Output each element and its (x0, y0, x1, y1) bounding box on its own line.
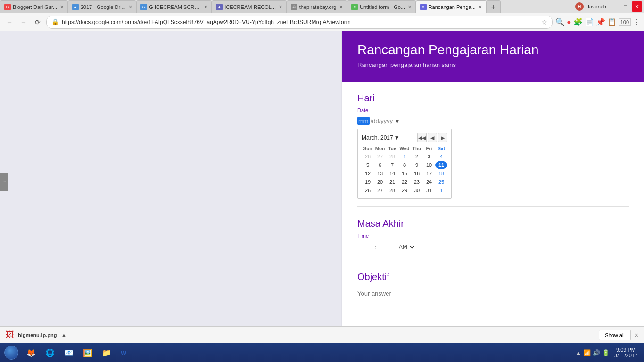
tab-close-4[interactable]: × (279, 3, 282, 10)
extension-icon-4[interactable]: 📌 (596, 17, 605, 26)
start-button[interactable] (2, 344, 21, 361)
extension-icon-6[interactable]: 100 (619, 18, 631, 26)
hide-icons-icon[interactable]: ▲ (575, 349, 581, 356)
cal-day-22[interactable]: 22 (398, 178, 411, 186)
tab-untitled-form[interactable]: ≡ Untitled form - Go... × (347, 0, 416, 13)
cal-day-17[interactable]: 17 (423, 169, 435, 178)
battery-icon[interactable]: 🔋 (602, 349, 610, 356)
cal-day-10[interactable]: 10 (423, 161, 435, 169)
ampm-select[interactable]: AM PM (396, 242, 416, 252)
tab-close-6[interactable]: × (408, 3, 412, 10)
title-bar: B Blogger: Dari Gur... × ▲ 2017 - Google… (0, 0, 644, 13)
cal-day-15[interactable]: 15 (398, 169, 411, 178)
tab-close-7[interactable]: × (479, 3, 482, 10)
clock[interactable]: 9:09 PM 3/11/2017 (611, 347, 640, 358)
tab-rancangan[interactable]: ≡ Rancangan Penga... × (416, 0, 487, 13)
close-button[interactable]: ✕ (632, 1, 642, 12)
extension-icon-1[interactable]: ● (567, 18, 571, 26)
cal-day-30[interactable]: 30 (411, 186, 423, 195)
tab-piratebay[interactable]: ☠ thepiratebay.org × (287, 0, 347, 13)
cal-month-label[interactable]: March, 2017 ▼ (362, 134, 400, 141)
cal-day-5[interactable]: 5 (362, 161, 374, 169)
tab-label-4: ICECREAM-RECOL... (224, 4, 276, 10)
cal-day-6[interactable]: 6 (374, 161, 386, 169)
cal-day-27a[interactable]: 27 (374, 152, 386, 161)
cal-day-1[interactable]: 1 (398, 152, 411, 161)
extension-icon-3[interactable]: 📄 (585, 17, 594, 26)
cal-day-14[interactable]: 14 (386, 169, 398, 178)
cal-day-3[interactable]: 3 (423, 152, 435, 161)
tab-close-2[interactable]: × (129, 3, 132, 10)
cal-day-26b[interactable]: 26 (362, 186, 374, 195)
cal-day-29[interactable]: 29 (398, 186, 411, 195)
cal-day-19[interactable]: 19 (362, 178, 374, 186)
maximize-button[interactable]: □ (620, 1, 631, 12)
cal-day-21[interactable]: 21 (386, 178, 398, 186)
cal-day-24[interactable]: 24 (423, 178, 435, 186)
back-button[interactable]: ← (4, 16, 15, 28)
cal-day-13[interactable]: 13 (374, 169, 386, 178)
cal-prev-prev-btn[interactable]: ◀◀ (417, 133, 427, 142)
address-input-wrap[interactable]: 🔒 https://docs.google.com/forms/d/e/1FAI… (46, 16, 553, 29)
tab-favicon-6: ≡ (351, 4, 358, 10)
taskbar: 🦊 🌐 📧 🖼️ 📁 W ▲ 📶 🔊 🔋 9:09 PM 3/11/2017 (0, 343, 644, 362)
download-arrow[interactable]: ▲ (60, 331, 67, 339)
form-body[interactable]: Hari Date mm /dd/yyyy ▼ (342, 82, 644, 326)
tab-close-1[interactable]: × (60, 3, 64, 10)
cal-day-20[interactable]: 20 (374, 178, 386, 186)
time-hour-input[interactable] (357, 243, 372, 252)
cal-day-28a[interactable]: 28 (386, 152, 398, 161)
tab-close-5[interactable]: × (339, 3, 343, 10)
reload-button[interactable]: ⟳ (32, 16, 43, 28)
objektif-answer-input[interactable] (357, 288, 629, 299)
feedback-icon[interactable]: ! (0, 173, 8, 191)
cal-day-7[interactable]: 7 (386, 161, 398, 169)
time-minute-input[interactable] (379, 243, 393, 252)
tab-close-3[interactable]: × (204, 3, 208, 10)
section-masa-akhir-title: Masa Akhir (357, 218, 629, 229)
date-mm: mm (357, 117, 370, 125)
tab-icecream1[interactable]: G G ICECREAM SCREE... × (136, 0, 212, 13)
cal-day-28b[interactable]: 28 (386, 186, 398, 195)
taskbar-firefox[interactable]: 🦊 (23, 345, 40, 360)
extension-icon-2[interactable]: 🧩 (573, 17, 583, 26)
cal-day-11-today[interactable]: 11 (435, 161, 447, 169)
minimize-button[interactable]: ─ (609, 1, 619, 12)
volume-icon[interactable]: 🔊 (593, 349, 600, 356)
cal-day-1b[interactable]: 1 (435, 186, 447, 195)
cal-prev-btn[interactable]: ◀ (428, 133, 437, 142)
date-dropdown-arrow[interactable]: ▼ (395, 118, 400, 124)
taskbar-chrome[interactable]: 🌐 (41, 345, 58, 360)
tab-blogger[interactable]: B Blogger: Dari Gur... × (0, 0, 68, 13)
taskbar-files[interactable]: 📁 (98, 345, 115, 360)
show-all-downloads-button[interactable]: Show all (599, 330, 631, 340)
cal-next-btn[interactable]: ▶ (438, 133, 447, 142)
network-icon[interactable]: 📶 (583, 349, 591, 356)
cal-day-18[interactable]: 18 (435, 169, 447, 178)
cal-day-27b[interactable]: 27 (374, 186, 386, 195)
taskbar-word[interactable]: W (117, 345, 130, 360)
taskbar-email[interactable]: 📧 (60, 345, 77, 360)
cal-day-31[interactable]: 31 (423, 186, 435, 195)
tab-drive[interactable]: ▲ 2017 - Google Dri... × (68, 0, 137, 13)
menu-icon[interactable]: ⋮ (633, 17, 640, 26)
new-tab-btn[interactable]: + (487, 0, 501, 13)
cal-day-2[interactable]: 2 (411, 152, 423, 161)
cal-day-9[interactable]: 9 (411, 161, 423, 169)
cal-day-26a[interactable]: 26 (362, 152, 374, 161)
close-download-bar-button[interactable]: × (635, 331, 638, 339)
cal-day-8[interactable]: 8 (398, 161, 411, 169)
date-field[interactable]: mm /dd/yyyy (357, 117, 393, 125)
star-icon[interactable]: ☆ (541, 18, 547, 26)
search-icon[interactable]: 🔍 (555, 17, 565, 26)
tab-icecream2[interactable]: ♦ ICECREAM-RECOL... × (212, 0, 286, 13)
cal-day-25[interactable]: 25 (435, 178, 447, 186)
cal-day-4[interactable]: 4 (435, 152, 447, 161)
cal-header-sat: Sat (435, 145, 447, 152)
extension-icon-5[interactable]: 📋 (607, 17, 617, 26)
cal-day-23[interactable]: 23 (411, 178, 423, 186)
cal-day-12[interactable]: 12 (362, 169, 374, 178)
cal-day-16[interactable]: 16 (411, 169, 423, 178)
forward-button[interactable]: → (18, 16, 29, 28)
taskbar-pictures[interactable]: 🖼️ (79, 345, 96, 360)
